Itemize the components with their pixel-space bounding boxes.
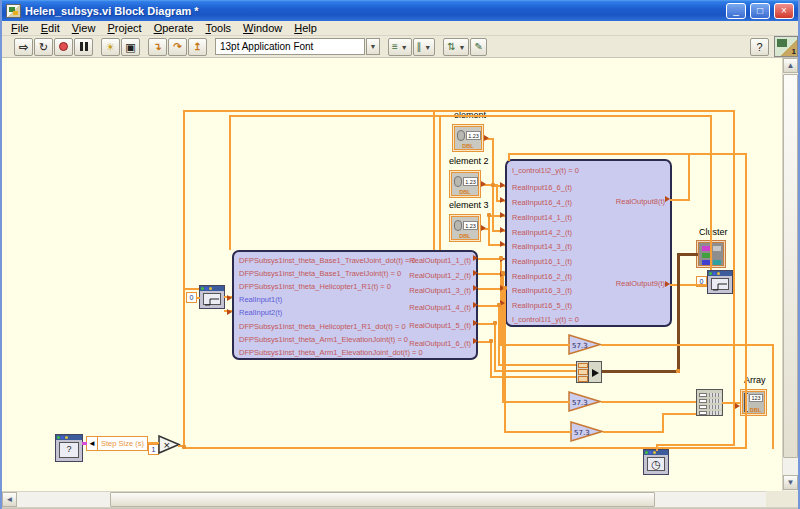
numeric-control-terminal-element3[interactable]: 1.23 DBL — [449, 214, 481, 242]
block-diagram-canvas[interactable]: DFPSubsys1inst_theta_Base1_TravelJoint_d… — [2, 58, 782, 491]
build-array-node[interactable] — [696, 389, 723, 416]
dbl-type-label: DBL — [747, 407, 764, 413]
context-help-button[interactable]: ? — [750, 38, 769, 56]
gain-node[interactable]: 57.3 — [570, 421, 604, 443]
gain-node[interactable]: 57.3 — [568, 334, 602, 356]
wire-junction — [489, 339, 493, 343]
gain-value: 57.3 — [572, 399, 588, 407]
menu-operate[interactable]: Operate — [149, 22, 199, 34]
wire-junction — [503, 286, 507, 290]
wire — [183, 447, 746, 449]
menu-help[interactable]: Help — [289, 22, 322, 34]
wire — [183, 110, 735, 112]
numeric-value: 1.23 — [466, 131, 481, 140]
waveform-display-node[interactable] — [199, 285, 225, 309]
terminal-label: Cluster — [699, 227, 728, 237]
knob-icon — [457, 130, 465, 141]
run-button[interactable]: ⇨ — [14, 38, 33, 56]
wire — [500, 344, 570, 346]
cleanup-diagram-button[interactable]: ✎ — [470, 38, 486, 56]
horizontal-scroll-thumb[interactable] — [110, 492, 655, 507]
terminal-arrow-icon — [473, 285, 478, 291]
block-row-label: RealInput16_6_(t) — [512, 183, 572, 192]
font-selector-dropdown-icon[interactable]: ▼ — [366, 38, 380, 55]
labview-window: Helen_subsys.vi Block Diagram * _ □ × Fi… — [0, 0, 800, 509]
menu-window[interactable]: Window — [238, 22, 287, 34]
wire — [494, 370, 576, 372]
distribute-objects-button[interactable]: ∥ ▼ — [413, 38, 436, 56]
block-row-label: RealInput1(t) — [239, 295, 282, 304]
menu-file[interactable]: File — [6, 22, 34, 34]
block-row-label: RealInput16_1_(t) — [512, 257, 572, 266]
scope-titlebar-icon — [708, 271, 732, 276]
wire — [504, 288, 506, 433]
wire — [710, 115, 712, 270]
wire — [688, 153, 747, 155]
menu-tools[interactable]: Tools — [200, 22, 236, 34]
scroll-left-button[interactable]: ◄ — [2, 492, 17, 507]
resize-grip[interactable] — [766, 491, 798, 507]
wire — [478, 258, 500, 260]
wire — [670, 284, 707, 286]
font-selector[interactable]: 13pt Application Font — [215, 38, 365, 55]
block-row-label: I_control1I2_y(t) = 0 — [512, 166, 579, 175]
scroll-down-button[interactable]: ▼ — [783, 475, 798, 490]
block-output-label: RealOutput8(t) — [616, 197, 665, 206]
pause-icon — [80, 42, 83, 51]
terminal-arrow-icon — [227, 295, 232, 301]
dbl-type-label: DBL — [455, 143, 481, 149]
vi-icon-art — [777, 39, 787, 47]
terminal-arrow-icon — [473, 302, 478, 308]
simulation-clock-node[interactable]: ◷ — [643, 449, 669, 475]
close-button[interactable]: × — [774, 3, 794, 19]
block-row-label: I_control1I1_y(t) = 0 — [512, 315, 579, 324]
subsystem-block-left[interactable]: DFPSubsys1inst_theta_Base1_TravelJoint_d… — [232, 250, 478, 360]
gain-value: 57.3 — [574, 429, 590, 437]
wire-junction — [499, 256, 503, 260]
step-over-button[interactable]: ↷ — [168, 38, 187, 56]
terminal-arrow-icon — [500, 227, 505, 233]
clock-icon: ◷ — [647, 457, 665, 471]
numeric-value: 1.23 — [463, 221, 478, 230]
align-objects-button[interactable]: ≡ ▼ — [388, 38, 412, 56]
step-size-control-terminal[interactable]: ◄ Step Size (s) — [86, 436, 148, 451]
gain-node[interactable]: 57.3 — [568, 391, 602, 413]
numeric-control-terminal-element[interactable]: 1.23 DBL — [452, 124, 484, 152]
terminal-arrow-icon — [500, 241, 505, 247]
titlebar[interactable]: Helen_subsys.vi Block Diagram * _ □ × — [2, 0, 798, 21]
subsystem-block-right[interactable]: I_control1I2_y(t) = 0 RealInput16_6_(t) … — [505, 159, 672, 327]
step-out-button[interactable]: ↥ — [188, 38, 207, 56]
abort-button[interactable] — [54, 38, 73, 56]
cluster-wire — [677, 253, 680, 373]
menu-edit[interactable]: Edit — [36, 22, 65, 34]
bundle-node[interactable] — [576, 361, 602, 383]
numeric-control-terminal-element2[interactable]: 1.23 DBL — [449, 170, 481, 198]
menu-view[interactable]: View — [67, 22, 101, 34]
vertical-scrollbar[interactable]: ▲ ▼ — [782, 58, 798, 491]
horizontal-scrollbar[interactable]: ◄ ► — [2, 491, 782, 507]
run-continuously-button[interactable]: ↻ — [34, 38, 53, 56]
block-output-label: RealOutput1_3_(t) — [409, 286, 471, 295]
step-into-button[interactable]: ↴ — [148, 38, 167, 56]
pause-button[interactable] — [74, 38, 93, 56]
wire-junction — [491, 183, 495, 187]
waveform-display-node[interactable] — [707, 270, 733, 294]
terminal-arrow-icon — [500, 197, 505, 203]
menu-project[interactable]: Project — [102, 22, 146, 34]
maximize-button[interactable]: □ — [750, 3, 770, 19]
block-row-label: RealInput2(t) — [239, 308, 282, 317]
bundle-inputs-icon — [577, 362, 588, 382]
retain-wire-values-button[interactable]: ▣ — [121, 38, 140, 56]
reorder-objects-button[interactable]: ⇅ ▼ — [443, 38, 469, 56]
halt-simulation-node[interactable]: ? — [55, 434, 83, 462]
scroll-up-button[interactable]: ▲ — [783, 58, 798, 73]
highlight-execution-button[interactable]: ☀ — [101, 38, 120, 56]
wire — [183, 110, 185, 449]
pause-icon — [85, 42, 88, 51]
minimize-button[interactable]: _ — [726, 3, 746, 19]
vi-connector-icon[interactable]: 1 — [774, 36, 798, 57]
block-row-label: RealInput16_5_(t) — [512, 301, 572, 310]
terminal-arrow-icon — [500, 212, 505, 218]
block-output-label: RealOutput1_4_(t) — [409, 303, 471, 312]
vertical-scroll-thumb[interactable] — [783, 74, 798, 458]
